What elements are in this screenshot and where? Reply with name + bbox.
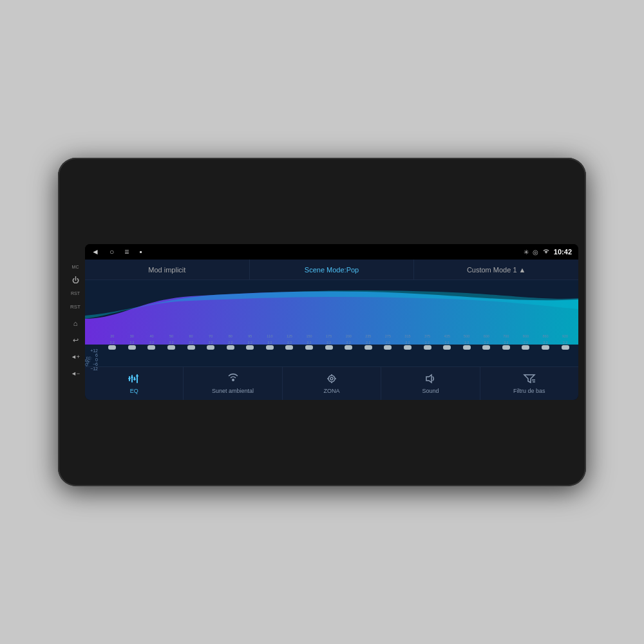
q-label-700: 2.2 (497, 341, 516, 345)
q-label-800: 2.2 (516, 341, 535, 345)
nav-recent-icon[interactable]: ▪ (139, 247, 142, 256)
freq-label-20: 20 (103, 334, 122, 338)
slider-thumb-80[interactable] (227, 345, 234, 350)
q-label-175: 2.2 (319, 341, 338, 345)
power-button[interactable]: ⏻ (70, 274, 81, 286)
wireless-icon (227, 374, 240, 386)
mode-scene-mode[interactable]: Scene Mode:Pop (250, 260, 415, 279)
q-label-235: 2.2 (359, 341, 378, 345)
freq-label-110: 110 (261, 334, 279, 338)
slider-thumb-920[interactable] (562, 345, 569, 350)
device: MC ⏻ RST RST ⌂ ↩ ◄+ ◄− ◄ ○ ≡ ▪ ✳ ◎ (58, 158, 586, 486)
q-label-500: 2.2 (457, 341, 476, 345)
freq-label-50: 50 (162, 334, 181, 338)
svg-marker-15 (426, 375, 431, 383)
nav-home-icon[interactable]: ○ (109, 247, 114, 256)
reset-button[interactable]: RST (70, 301, 81, 312)
slider-thumb-70[interactable] (207, 345, 214, 350)
freq-label-500: 500 (457, 334, 476, 338)
tab-filtru-de-bas[interactable]: Filtru de bas (480, 367, 578, 400)
q-label-275: 2.2 (379, 341, 397, 345)
slider-thumb-60[interactable] (187, 345, 195, 350)
freq-label-800: 800 (516, 334, 535, 338)
slider-thumb-275[interactable] (384, 345, 392, 350)
eq-sliders-area: +12 6 0 −6 −12 202.2302.2402.2502.2602.2… (85, 345, 578, 366)
slider-thumb-700[interactable] (502, 345, 510, 350)
back-button[interactable]: ↩ (70, 334, 81, 346)
freq-label-150: 150 (300, 334, 319, 338)
q-label-30: 2.2 (123, 341, 142, 345)
q-label-40: 2.2 (142, 341, 161, 345)
mode-bar: Mod implicit Scene Mode:Pop Custom Mode … (85, 260, 578, 280)
tab-sunet-label: Sunet ambiental (212, 388, 254, 394)
svg-point-9 (328, 375, 335, 382)
svg-rect-7 (136, 375, 138, 377)
slider-thumb-30[interactable] (128, 345, 136, 350)
freq-label-700: 700 (497, 334, 516, 338)
q-label-860: 2.2 (536, 341, 555, 345)
q-label-600: 2.2 (477, 341, 496, 345)
tab-filtru-label: Filtru de bas (513, 388, 545, 394)
freq-label-200: 200 (339, 334, 358, 338)
slider-thumb-150[interactable] (305, 345, 313, 350)
nav-back-icon[interactable]: ◄ (91, 247, 99, 256)
q-label-125: 2.2 (280, 341, 299, 345)
bluetooth-icon: ✳ (524, 249, 529, 256)
slider-thumb-235[interactable] (365, 345, 372, 350)
freq-label-60: 60 (182, 334, 200, 338)
svg-point-10 (330, 377, 333, 380)
q-label-70: 2.2 (202, 341, 220, 345)
vol-down-button[interactable]: ◄− (70, 368, 81, 379)
q-label-20: 2.2 (103, 341, 122, 345)
mode-custom-mode[interactable]: Custom Mode 1 ▲ (414, 260, 578, 279)
freq-label-435: 435 (438, 334, 457, 338)
slider-thumb-500[interactable] (463, 345, 471, 350)
slider-thumb-175[interactable] (325, 345, 333, 350)
nav-menu-icon[interactable]: ≡ (124, 247, 129, 256)
q-label-200: 2.2 (339, 341, 358, 345)
slider-thumb-600[interactable] (482, 345, 490, 350)
slider-thumb-20[interactable] (108, 345, 116, 350)
rst-label: RST (71, 291, 80, 296)
sliders-container: 202.2302.2402.2502.2602.2702.2802.2952.2… (89, 347, 574, 365)
svg-rect-6 (133, 379, 136, 380)
svg-rect-4 (128, 378, 131, 379)
q-label-315: 2.2 (399, 341, 417, 345)
screen: ◄ ○ ≡ ▪ ✳ ◎ 10:42 (85, 244, 578, 400)
tab-sunet-ambiental[interactable]: Sunet ambiental (184, 367, 282, 400)
nav-icons: ◄ ○ ≡ ▪ (91, 247, 142, 256)
q-label-110: 2.2 (261, 341, 279, 345)
q-label-80: 2.2 (221, 341, 240, 345)
q-label-435: 2.2 (438, 341, 457, 345)
speaker-icon (424, 374, 437, 386)
status-bar: ◄ ○ ≡ ▪ ✳ ◎ 10:42 (85, 244, 578, 260)
slider-thumb-860[interactable] (542, 345, 549, 350)
slider-thumb-95[interactable] (246, 345, 254, 350)
slider-thumb-800[interactable] (522, 345, 529, 350)
slider-thumb-40[interactable] (147, 345, 155, 350)
vol-up-button[interactable]: ◄+ (70, 351, 81, 363)
slider-thumb-125[interactable] (285, 345, 293, 350)
slider-thumb-50[interactable] (167, 345, 175, 350)
slider-thumb-200[interactable] (345, 345, 352, 350)
mode-mod-implicit[interactable]: Mod implicit (85, 260, 250, 279)
tab-sound[interactable]: Sound (381, 367, 480, 400)
freq-label-375: 375 (418, 334, 437, 338)
svg-point-8 (232, 379, 234, 381)
freq-label-30: 30 (123, 334, 142, 338)
filter-icon (523, 374, 536, 386)
home-button[interactable]: ⌂ (70, 317, 81, 329)
q-label-50: 2.2 (162, 341, 181, 345)
svg-rect-1 (131, 375, 133, 383)
freq-label-125: 125 (280, 334, 299, 338)
tab-bar: EQ Sunet ambiental (85, 366, 578, 400)
eq-icon (128, 374, 140, 386)
tab-eq[interactable]: EQ (85, 367, 184, 400)
tab-zona[interactable]: ZONA (283, 367, 381, 400)
location-icon: ◎ (533, 249, 538, 256)
slider-thumb-435[interactable] (443, 345, 451, 350)
time-display: 10:42 (554, 248, 572, 256)
slider-thumb-110[interactable] (266, 345, 274, 350)
slider-thumb-375[interactable] (424, 345, 431, 350)
slider-thumb-315[interactable] (404, 345, 412, 350)
